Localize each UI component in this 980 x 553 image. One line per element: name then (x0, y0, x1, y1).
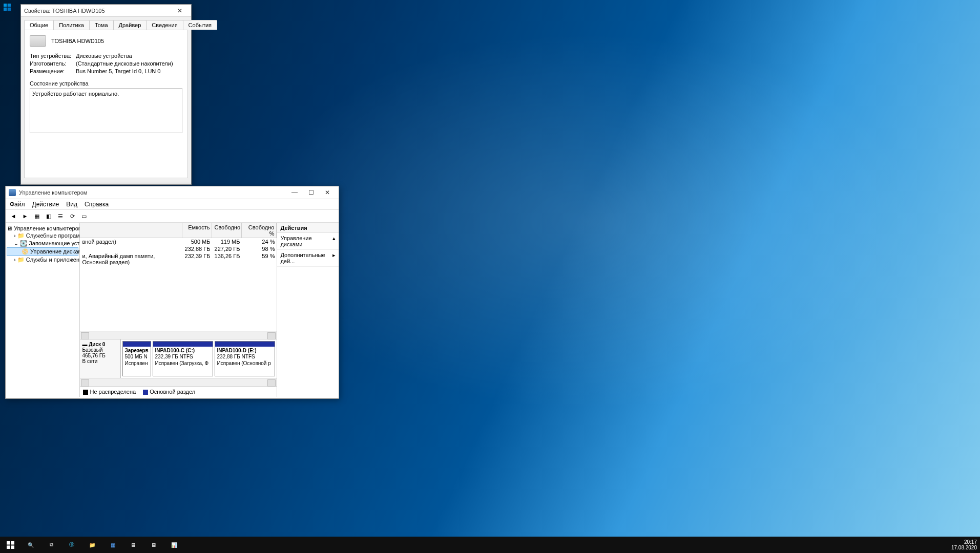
tree-root[interactable]: 🖥 Управление компьютером (л (7, 225, 78, 232)
tab-events[interactable]: События (183, 20, 217, 30)
app-icon (9, 189, 16, 196)
value-loc: Bus Number 5, Target Id 0, LUN 0 (76, 68, 161, 74)
tree-node-services[interactable]: › 📁 Службы и приложения (7, 256, 78, 264)
minimize-button[interactable]: — (286, 187, 303, 198)
taskbar: 🔍 ⧉ ⓔ 📁 ▦ 🖥 🖥 📊 20:17 17.08.2020 (0, 537, 980, 553)
menu-action[interactable]: Действие (32, 201, 59, 208)
main-pane: Емкость Свободно Свободно % вной раздел)… (80, 223, 277, 397)
tb-icon[interactable]: ▦ (32, 211, 42, 221)
svg-rect-0 (7, 541, 10, 545)
tree-node-utilities[interactable]: › 📁 Служебные программы (7, 232, 78, 240)
app-icon[interactable]: 🖥 (143, 537, 164, 553)
label-loc: Размещение: (30, 68, 76, 74)
partition[interactable]: INPAD100-D (E:)232,88 ГБ NTFSИсправен (О… (215, 341, 275, 376)
menubar: Файл Действие Вид Справка (6, 199, 339, 209)
device-name: TOSHIBA HDWD105 (51, 38, 104, 44)
menu-view[interactable]: Вид (66, 201, 77, 208)
action-more[interactable]: Дополнительные дей...▸ (277, 250, 339, 267)
window-title: Свойства: TOSHIBA HDWD105 (24, 8, 172, 14)
app-icon[interactable]: ▦ (102, 537, 123, 553)
volume-row[interactable]: 232,88 ГБ227,20 ГБ98 % (80, 245, 277, 252)
maximize-button[interactable]: ☐ (303, 187, 319, 198)
svg-rect-2 (7, 545, 10, 549)
legend: Не распределена Основной раздел (80, 386, 277, 397)
titlebar[interactable]: Управление компьютером — ☐ ✕ (6, 186, 339, 199)
toolbar: ◄ ► ▦ ◧ ☰ ⟳ ▭ (6, 209, 339, 223)
tab-body: TOSHIBA HDWD105 Тип устройства:Дисковые … (24, 30, 188, 178)
tree-pane[interactable]: 🖥 Управление компьютером (л › 📁 Служебны… (6, 223, 80, 397)
actions-pane: Действия Управление дисками▴ Дополнитель… (277, 223, 339, 397)
action-disk-management[interactable]: Управление дисками▴ (277, 233, 339, 250)
tab-details[interactable]: Сведения (146, 20, 183, 30)
back-icon[interactable]: ◄ (8, 211, 18, 221)
volume-header[interactable]: Емкость Свободно Свободно % (80, 223, 277, 238)
col-free-pct[interactable]: Свободно % (242, 223, 277, 238)
svg-rect-3 (11, 545, 14, 549)
device-state-text[interactable] (30, 88, 182, 133)
forward-icon[interactable]: ► (20, 211, 30, 221)
actions-title: Действия (277, 223, 339, 233)
svg-rect-1 (11, 541, 14, 545)
device-properties-window: Свойства: TOSHIBA HDWD105 ✕ Общие Полити… (20, 4, 192, 185)
app-icon[interactable]: 🖥 (123, 537, 143, 553)
disk-map: ▬ Диск 0 Базовый 465,76 ГБ В сети Зарезе… (80, 339, 277, 378)
titlebar[interactable]: Свойства: TOSHIBA HDWD105 ✕ (21, 5, 191, 17)
legend-unallocated: Не распределена (90, 389, 136, 395)
col-capacity[interactable]: Емкость (182, 223, 212, 238)
disk-icon (30, 35, 46, 47)
state-label: Состояние устройства (30, 80, 182, 87)
label-type: Тип устройства: (30, 53, 76, 59)
app-icon[interactable]: 📊 (164, 537, 184, 553)
tb-icon[interactable]: ◧ (44, 211, 54, 221)
start-button[interactable] (0, 537, 20, 553)
disk-info[interactable]: ▬ Диск 0 Базовый 465,76 ГБ В сети (80, 339, 121, 378)
value-mfr: (Стандартные дисковые накопители) (76, 60, 173, 67)
task-view-icon[interactable]: ⧉ (41, 537, 61, 553)
volume-row[interactable]: и, Аварийный дамп памяти, Основной разде… (80, 252, 277, 266)
partition[interactable]: INPAD100-C (C:)232,39 ГБ NTFSИсправен (З… (153, 341, 213, 376)
legend-primary: Основной раздел (150, 389, 195, 395)
computer-management-window: Управление компьютером — ☐ ✕ Файл Действ… (5, 186, 339, 399)
refresh-icon[interactable]: ⟳ (67, 211, 77, 221)
horizontal-scrollbar[interactable] (80, 378, 277, 386)
edge-icon[interactable]: ⓔ (61, 537, 82, 553)
tree-node-storage[interactable]: ⌄ 💽 Запоминающие устройст (7, 240, 78, 247)
tabs: Общие Политика Тома Драйвер Сведения Соб… (21, 17, 191, 30)
tab-driver[interactable]: Драйвер (113, 20, 147, 30)
value-type: Дисковые устройства (76, 53, 132, 59)
menu-help[interactable]: Справка (85, 201, 109, 208)
search-icon[interactable]: 🔍 (20, 537, 41, 553)
horizontal-scrollbar[interactable] (80, 331, 277, 339)
system-tray[interactable]: 20:17 17.08.2020 (951, 539, 980, 550)
close-button[interactable]: ✕ (172, 5, 188, 16)
close-button[interactable]: ✕ (319, 187, 336, 198)
tab-policy[interactable]: Политика (53, 20, 90, 30)
tab-volumes[interactable]: Тома (89, 20, 114, 30)
partition[interactable]: Зарезерв500 МБ NИсправен (122, 341, 151, 376)
tree-node-disk-management[interactable]: 📀 Управление дисками (7, 247, 78, 256)
tab-general[interactable]: Общие (24, 20, 54, 30)
taskbar-clock[interactable]: 20:17 17.08.2020 (951, 539, 977, 550)
col-free[interactable]: Свободно (212, 223, 242, 238)
window-title: Управление компьютером (19, 189, 286, 196)
label-mfr: Изготовитель: (30, 60, 76, 67)
volume-row[interactable]: вной раздел)500 МБ119 МБ24 % (80, 238, 277, 245)
menu-file[interactable]: Файл (10, 201, 25, 208)
tb-icon[interactable]: ☰ (55, 211, 66, 221)
explorer-icon[interactable]: 📁 (82, 537, 102, 553)
tb-icon[interactable]: ▭ (79, 211, 89, 221)
